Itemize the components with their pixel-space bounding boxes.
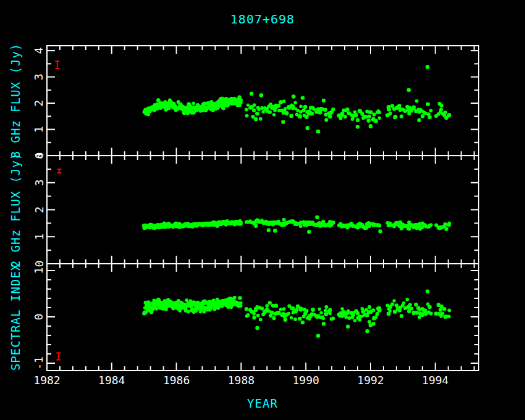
data-point [289, 114, 293, 118]
y-tick-label: 1 [33, 126, 46, 133]
y-tick-label: 4 [33, 48, 46, 54]
y-tick-label: 4 [33, 153, 46, 159]
data-point [299, 104, 303, 108]
data-point [274, 304, 278, 308]
data-point [255, 112, 259, 116]
data-point [212, 308, 216, 311]
data-point [259, 117, 262, 121]
data-point [272, 113, 276, 117]
data-point [410, 306, 413, 310]
data-point [376, 312, 379, 316]
data-point [285, 111, 289, 116]
x-tick-label: 1988 [228, 374, 254, 387]
data-point [311, 308, 315, 312]
data-point [368, 320, 371, 324]
data-point [356, 118, 359, 122]
data-point [245, 114, 249, 118]
outlier-point [292, 94, 296, 99]
data-point [293, 317, 297, 321]
outlier-point [267, 229, 271, 233]
data-point [321, 220, 325, 224]
data-point [239, 222, 243, 226]
data-point [260, 306, 264, 310]
data-point [164, 100, 167, 103]
outlier-point [250, 91, 254, 96]
data-point [293, 101, 297, 105]
data-point [279, 308, 282, 311]
x-tick-label: 1992 [357, 374, 384, 387]
data-point [319, 311, 322, 314]
outlier-point [426, 65, 430, 69]
data-point [259, 318, 262, 322]
y-tick-label: 0 [33, 314, 46, 321]
data-point [185, 298, 188, 302]
data-point [318, 308, 321, 311]
data-point [252, 316, 256, 320]
data-point [233, 296, 237, 300]
data-point [421, 114, 424, 118]
outlier-point [378, 229, 382, 233]
data-point [331, 220, 335, 225]
data-point [387, 107, 392, 112]
data-point [356, 311, 360, 316]
data-point [422, 308, 427, 313]
data-point [310, 111, 314, 116]
data-point [388, 112, 392, 116]
panel-points-spectral-index [142, 290, 451, 338]
y-tick-label: 1 [33, 267, 46, 274]
data-point [222, 107, 225, 111]
data-point [345, 107, 350, 112]
data-point [400, 314, 403, 318]
data-point [284, 107, 287, 111]
plot-window: 19821984198619881990199219940123401234-1… [0, 0, 525, 420]
outlier-point [365, 329, 369, 334]
data-point [324, 305, 328, 309]
data-point [299, 306, 303, 310]
outlier-point [315, 216, 319, 220]
outlier-point [346, 325, 350, 329]
data-point [332, 317, 335, 321]
data-point [377, 224, 381, 228]
data-point [246, 103, 250, 106]
data-point [256, 314, 260, 317]
data-point [358, 318, 362, 322]
data-point [284, 317, 288, 322]
data-point [253, 103, 256, 107]
data-point [418, 308, 421, 312]
data-point [324, 118, 328, 122]
data-point [246, 313, 250, 317]
data-point [440, 104, 443, 107]
data-point [369, 111, 373, 115]
data-point [245, 108, 248, 112]
data-point [245, 307, 248, 311]
chart-title: 1807+698 [230, 12, 295, 27]
x-tick-label: 1994 [422, 374, 448, 387]
data-point [420, 313, 424, 317]
data-point [444, 227, 448, 231]
data-point [238, 296, 242, 300]
data-point [390, 302, 394, 306]
data-point [298, 317, 302, 321]
x-tick-label: 1986 [163, 374, 190, 387]
outlier-point [301, 96, 305, 100]
data-point [353, 319, 356, 322]
y-tick-label: 1 [33, 233, 46, 240]
y-axis-title-spectral-index: SPECTRAL INDEX [9, 263, 22, 371]
data-point [377, 116, 381, 120]
data-point [447, 309, 451, 313]
typical-error-bar-2ghz-flux [57, 169, 61, 173]
data-point [397, 104, 401, 107]
data-point [406, 298, 410, 301]
data-point [377, 306, 381, 310]
y-tick-label: 0 [33, 261, 46, 267]
axes-frame-layer: 19821984198619881990199219940123401234-1… [33, 46, 479, 387]
data-point [388, 309, 392, 313]
data-point [282, 307, 286, 311]
data-point [368, 305, 371, 309]
data-point [441, 312, 445, 316]
data-point [304, 309, 308, 313]
data-point [408, 303, 412, 307]
outlier-point [369, 323, 373, 327]
data-point [426, 103, 430, 106]
x-tick-label: 1984 [98, 374, 125, 387]
